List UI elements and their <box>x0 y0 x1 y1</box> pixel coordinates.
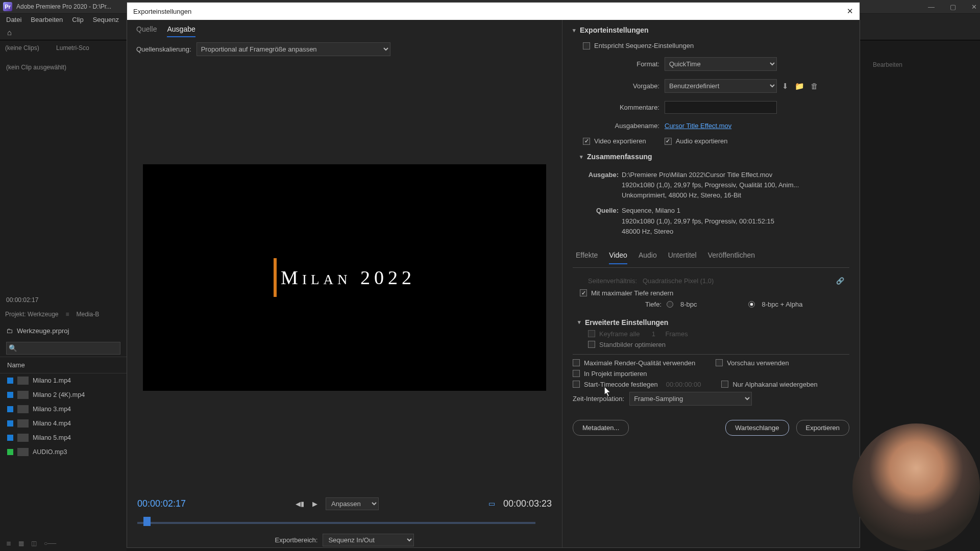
tab-video[interactable]: Video <box>609 251 627 264</box>
link-icon[interactable]: 🔗 <box>836 277 844 285</box>
save-preset-icon[interactable]: ⬇ <box>782 82 789 91</box>
start-timecode-checkbox[interactable] <box>573 381 580 388</box>
scale-select[interactable]: Proportional auf Framegröße anpassen <box>197 42 390 56</box>
minimize-icon[interactable]: — <box>928 3 935 11</box>
menu-sequenz[interactable]: Sequenz <box>93 16 119 23</box>
tab-project[interactable]: Projekt: Werkzeuge <box>5 311 59 318</box>
section-export-settings[interactable]: Exporteinstellungen <box>573 24 849 36</box>
playhead[interactable] <box>143 517 151 526</box>
tab-captions[interactable]: Untertitel <box>668 251 697 264</box>
tab-bearbeiten[interactable]: Bearbeiten <box>873 61 902 68</box>
max-depth-checkbox[interactable] <box>580 289 587 296</box>
export-video-checkbox[interactable] <box>583 138 590 145</box>
use-preview-checkbox[interactable] <box>716 359 723 366</box>
asset-item[interactable]: Milano 1.mp4 <box>0 373 127 388</box>
interpolation-select[interactable]: Frame-Sampling <box>629 392 752 406</box>
list-view-icon[interactable]: ≣ <box>6 540 11 547</box>
menu-clip[interactable]: Clip <box>72 16 83 23</box>
icon-view-icon[interactable]: ▦ <box>18 540 24 547</box>
max-depth-label: Mit maximaler Tiefe rendern <box>591 289 673 297</box>
keyframe-checkbox[interactable] <box>588 330 595 337</box>
section-summary[interactable]: Zusammenfassung <box>580 151 849 163</box>
import-preset-icon[interactable]: 📁 <box>795 82 804 91</box>
asset-label: Milano 4.mp4 <box>33 420 71 427</box>
tab-media-browser[interactable]: Media-B <box>77 311 100 318</box>
keyframe-unit: Frames <box>666 330 688 338</box>
asset-item[interactable]: Milano 5.mp4 <box>0 431 127 445</box>
radio-8bpc-alpha[interactable] <box>748 301 755 308</box>
radio-8bpc-label: 8-bpc <box>680 300 697 308</box>
output-name-label: Ausgabename: <box>583 122 659 130</box>
menu-bearbeiten[interactable]: Bearbeiten <box>31 16 63 23</box>
zoom-slider[interactable]: ○── <box>44 540 56 547</box>
summary-source-label: Quelle: <box>588 206 619 216</box>
color-chip <box>7 420 13 427</box>
tab-source[interactable]: Quelle <box>136 25 157 37</box>
maximize-icon[interactable]: ▢ <box>950 3 956 11</box>
output-name-link[interactable]: Cursor Title Effect.mov <box>665 122 731 130</box>
max-render-checkbox[interactable] <box>573 359 580 366</box>
asset-label: Milano 1.mp4 <box>33 377 71 384</box>
home-icon[interactable]: ⌂ <box>7 28 12 37</box>
export-button[interactable]: Exportieren <box>796 420 849 436</box>
asset-thumb <box>17 391 29 399</box>
asset-label: Milano 2 (4K).mp4 <box>33 391 85 398</box>
asset-label: AUDIO.mp3 <box>33 448 67 456</box>
timeline-slider[interactable] <box>137 522 535 524</box>
asset-item[interactable]: AUDIO.mp3 <box>0 445 127 459</box>
asset-label: Milano 5.mp4 <box>33 434 71 441</box>
asset-item[interactable]: Milano 3.mp4 <box>0 402 127 416</box>
aspect-label: Seitenverhältnis: <box>588 277 637 285</box>
export-audio-checkbox[interactable] <box>665 138 672 145</box>
match-sequence-checkbox[interactable] <box>583 42 590 49</box>
tab-output[interactable]: Ausgabe <box>167 25 195 37</box>
summary-output-path: D:\Premiere Pro\Milan 2022\Cursor Title … <box>622 171 772 179</box>
alpha-only-checkbox[interactable] <box>721 381 728 388</box>
aspect-icon[interactable]: ▭ <box>488 499 495 508</box>
delete-preset-icon[interactable]: 🗑 <box>811 82 818 91</box>
close-icon[interactable]: ✕ <box>971 3 977 11</box>
preset-select[interactable]: Benutzerdefiniert <box>665 79 777 93</box>
color-chip <box>7 406 13 412</box>
color-chip <box>7 378 13 384</box>
menu-datei[interactable]: Datei <box>6 16 21 23</box>
play-icon[interactable]: ▶ <box>312 500 317 508</box>
fit-select[interactable]: Anpassen <box>326 497 379 510</box>
asset-thumb <box>17 448 29 456</box>
step-back-icon[interactable]: ◀▮ <box>296 500 304 508</box>
summary-source-line2: 980x551 (1,0), 29,97 fps, Progressiv, … <box>622 216 849 227</box>
queue-button[interactable]: Warteschlange <box>725 420 789 436</box>
webcam-overlay <box>852 423 980 551</box>
summary-output-label: Ausgabe: <box>588 170 619 180</box>
export-range-select[interactable]: Sequenz In/Out <box>323 534 414 546</box>
tab-audio[interactable]: Audio <box>639 251 657 264</box>
asset-item[interactable]: Milano 2 (4K).mp4 <box>0 388 127 402</box>
tab-effects[interactable]: Effekte <box>576 251 598 264</box>
asset-thumb <box>17 405 29 413</box>
no-clip-label: (kein Clip ausgewählt) <box>0 56 127 79</box>
section-advanced[interactable]: Erweiterte Einstellungen <box>578 316 849 329</box>
import-project-label: In Projekt importieren <box>584 370 647 378</box>
source-timecode: 00:00:02:17 <box>0 293 127 307</box>
column-header-name[interactable]: Name <box>0 357 127 373</box>
lumetri-tab[interactable]: Lumetri-Sco <box>56 44 89 52</box>
comments-input[interactable] <box>665 101 777 114</box>
freeform-icon[interactable]: ◫ <box>31 540 37 547</box>
app-logo: Pr <box>3 2 12 11</box>
summary-output-line2: 980x551 (1,0), 29,97 fps, Progressiv, … <box>622 180 849 190</box>
start-timecode-value: 00:00:00:00 <box>666 381 701 388</box>
stills-checkbox[interactable] <box>588 341 595 348</box>
radio-8bpc[interactable] <box>667 301 673 308</box>
match-sequence-label: Entspricht Sequenz-Einstellungen <box>594 42 694 49</box>
tab-publish[interactable]: Veröffentlichen <box>708 251 755 264</box>
cursor-bar-graphic <box>274 258 277 297</box>
max-render-label: Maximale Render-Qualität verwenden <box>584 359 695 367</box>
timecode-left[interactable]: 00:00:02:17 <box>137 498 186 509</box>
asset-item[interactable]: Milano 4.mp4 <box>0 416 127 431</box>
import-project-checkbox[interactable] <box>573 370 580 377</box>
dialog-close-icon[interactable]: ✕ <box>847 7 853 16</box>
format-select[interactable]: QuickTime <box>665 57 777 71</box>
metadata-button[interactable]: Metadaten... <box>573 420 629 436</box>
keyframe-value: 1 <box>652 330 655 338</box>
project-search-input[interactable] <box>6 342 120 355</box>
